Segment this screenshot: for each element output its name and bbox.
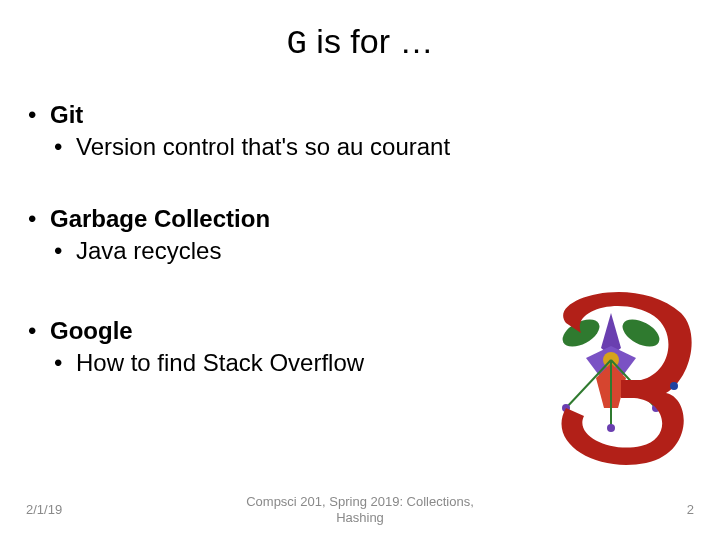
list-item: • Git • Version control that's so au cou… xyxy=(28,101,720,161)
footer-course-line2: Hashing xyxy=(336,510,384,525)
slide-title: G is for … xyxy=(0,22,720,63)
footer-course: Compsci 201, Spring 2019: Collections, H… xyxy=(86,494,634,527)
footer-course-line1: Compsci 201, Spring 2019: Collections, xyxy=(246,494,474,509)
item-sub: How to find Stack Overflow xyxy=(76,349,364,377)
footer-date: 2/1/19 xyxy=(26,502,86,517)
item-sub: Java recycles xyxy=(76,237,221,265)
bullet-icon: • xyxy=(28,317,50,345)
title-code: G xyxy=(287,25,307,63)
bullet-icon: • xyxy=(28,205,50,233)
bullet-icon: • xyxy=(28,101,50,129)
svg-point-8 xyxy=(607,424,615,432)
item-heading: Google xyxy=(50,317,133,345)
footer-page-number: 2 xyxy=(634,502,694,517)
item-sub: Version control that's so au courant xyxy=(76,133,450,161)
decorative-letter-g-icon xyxy=(526,278,696,468)
title-rest: is for … xyxy=(307,22,434,60)
bullet-icon: • xyxy=(54,133,76,161)
item-heading: Git xyxy=(50,101,83,129)
item-heading: Garbage Collection xyxy=(50,205,270,233)
svg-point-10 xyxy=(670,382,678,390)
slide-footer: 2/1/19 Compsci 201, Spring 2019: Collect… xyxy=(0,494,720,527)
bullet-icon: • xyxy=(54,349,76,377)
list-item: • Garbage Collection • Java recycles xyxy=(28,205,720,265)
bullet-icon: • xyxy=(54,237,76,265)
